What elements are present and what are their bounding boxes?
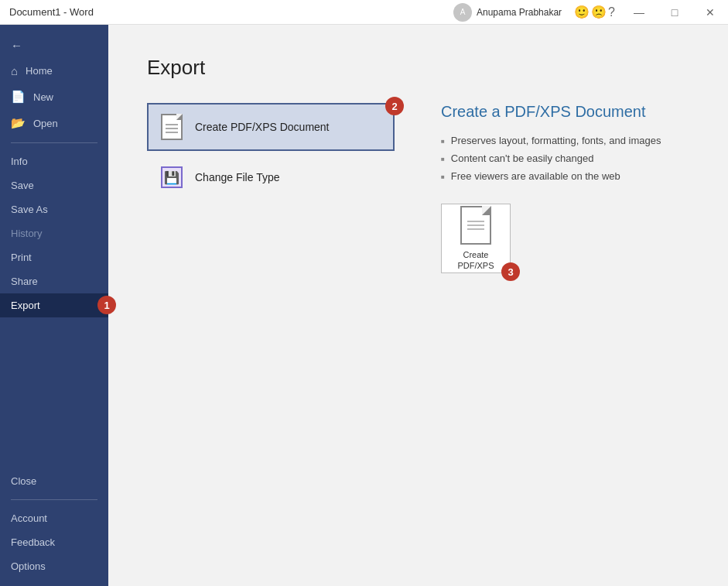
username: Anupama Prabhakar — [477, 7, 562, 18]
avatar: A — [453, 3, 472, 22]
export-main: Create PDF/XPS Document 2 💾 Change File … — [147, 103, 689, 273]
sidebar-new-label: New — [33, 91, 53, 103]
save-icon-glyph: 💾 — [164, 170, 179, 185]
home-icon: ⌂ — [11, 64, 18, 77]
big-doc-line-1 — [467, 221, 484, 222]
badge-2: 2 — [385, 97, 404, 115]
titlebar-title: Document1 - Word — [9, 6, 94, 18]
badge-1: 1 — [97, 296, 116, 314]
bullet-list: Preserves layout, formatting, fonts, and… — [441, 135, 689, 182]
sidebar-item-info[interactable]: Info — [0, 149, 108, 173]
change-type-icon: 💾 — [161, 166, 183, 188]
bullet-1: Preserves layout, formatting, fonts, and… — [441, 135, 689, 146]
sidebar-item-export[interactable]: Export — [0, 293, 108, 317]
create-pdf-label: Create PDF/XPS Document — [195, 121, 330, 133]
right-panel: Create a PDF/XPS Document Preserves layo… — [395, 103, 689, 273]
close-button[interactable]: ✕ — [692, 0, 728, 25]
main-layout: ← ⌂ Home 📄 New 📂 Open Info Save Save As … — [0, 25, 728, 586]
sidebar-item-share[interactable]: Share — [0, 269, 108, 293]
sidebar-item-new[interactable]: 📄 New — [0, 84, 108, 110]
sidebar: ← ⌂ Home 📄 New 📂 Open Info Save Save As … — [0, 25, 108, 586]
maximize-button[interactable]: □ — [657, 0, 692, 25]
sidebar-item-home[interactable]: ⌂ Home — [0, 58, 108, 84]
create-pdf-option-wrapper: Create PDF/XPS Document 2 — [147, 103, 395, 151]
sidebar-item-account[interactable]: Account — [0, 506, 108, 530]
sidebar-item-feedback[interactable]: Feedback — [0, 530, 108, 554]
sidebar-item-saveas[interactable]: Save As — [0, 197, 108, 221]
sidebar-item-save[interactable]: Save — [0, 173, 108, 197]
new-icon: 📄 — [11, 90, 26, 104]
help-icon[interactable]: ? — [608, 5, 615, 19]
big-doc-line-3 — [467, 228, 484, 230]
create-pdf-btn-label: CreatePDF/XPS — [457, 249, 494, 272]
sidebar-top: ← ⌂ Home 📄 New 📂 Open Info Save Save As … — [0, 25, 108, 317]
doc-line-1 — [166, 124, 178, 125]
big-doc-icon — [460, 206, 491, 245]
sidebar-open-label: Open — [33, 118, 58, 129]
window-controls: — □ ✕ — [621, 0, 728, 25]
badge-3: 3 — [501, 262, 520, 281]
minimize-button[interactable]: — — [621, 0, 657, 25]
export-options-list: Create PDF/XPS Document 2 💾 Change File … — [147, 103, 395, 199]
pdf-doc-icon — [161, 114, 183, 140]
titlebar: Document1 - Word A Anupama Prabhakar 🙂 🙁… — [0, 0, 728, 25]
sidebar-divider-1 — [11, 142, 97, 143]
bullet-1-text: Preserves layout, formatting, fonts, and… — [451, 135, 661, 146]
page-title: Export — [147, 56, 689, 80]
titlebar-right: A Anupama Prabhakar 🙂 🙁 ? — □ ✕ — [453, 0, 728, 25]
sidebar-item-back[interactable]: ← — [0, 33, 108, 58]
feedback-icons: 🙂 🙁 ? — [568, 5, 621, 19]
sidebar-item-print[interactable]: Print — [0, 245, 108, 269]
create-pdf-option[interactable]: Create PDF/XPS Document — [147, 103, 395, 151]
bullet-3: Free viewers are available on the web — [441, 170, 689, 182]
titlebar-user: A Anupama Prabhakar — [453, 3, 568, 22]
bullet-2: Content can't be easily changed — [441, 152, 689, 164]
open-icon: 📂 — [11, 116, 26, 130]
back-icon: ← — [11, 39, 22, 52]
doc-line-3 — [166, 132, 178, 133]
smiley-icon[interactable]: 🙂 — [574, 5, 590, 19]
content-area: Export Create PDF/XPS Document — [108, 25, 728, 586]
sidebar-item-export-wrapper: Export 1 — [0, 293, 108, 317]
sidebar-item-close[interactable]: Close — [0, 469, 108, 493]
titlebar-left: Document1 - Word — [0, 6, 94, 18]
sad-icon[interactable]: 🙁 — [591, 5, 607, 19]
big-doc-line-2 — [467, 224, 484, 226]
sidebar-item-history[interactable]: History — [0, 221, 108, 245]
big-doc-lines — [467, 221, 484, 230]
sidebar-item-open[interactable]: 📂 Open — [0, 110, 108, 136]
bullet-3-text: Free viewers are available on the web — [451, 170, 620, 182]
sidebar-home-label: Home — [26, 65, 53, 77]
right-panel-title: Create a PDF/XPS Document — [441, 103, 689, 121]
doc-line-2 — [166, 128, 178, 129]
change-file-type-option[interactable]: 💾 Change File Type — [147, 156, 395, 199]
create-pdf-btn-wrapper: CreatePDF/XPS 3 — [441, 204, 511, 273]
doc-icon-lines — [166, 124, 178, 133]
sidebar-bottom: Close Account Feedback Options — [0, 469, 108, 586]
create-pdf-button[interactable]: CreatePDF/XPS — [441, 204, 511, 273]
sidebar-item-options[interactable]: Options — [0, 554, 108, 578]
sidebar-divider-2 — [11, 499, 97, 500]
change-file-type-label: Change File Type — [195, 171, 279, 183]
bullet-2-text: Content can't be easily changed — [451, 152, 594, 164]
